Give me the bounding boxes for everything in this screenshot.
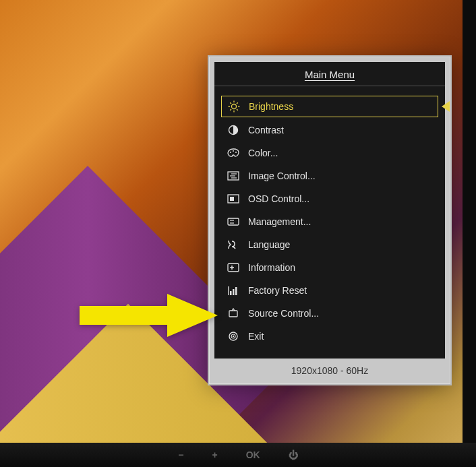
svg-rect-18	[230, 197, 234, 201]
svg-rect-27	[233, 289, 235, 295]
exit-icon	[227, 330, 240, 342]
svg-point-0	[232, 104, 237, 109]
bezel-button-power[interactable]: ⏻	[289, 449, 298, 460]
language-icon	[227, 239, 240, 251]
svg-point-32	[233, 336, 234, 337]
menu-item-label: Information	[248, 262, 295, 273]
bezel-button-minus[interactable]: −	[178, 449, 183, 460]
menu-item-exit[interactable]: Exit	[221, 326, 438, 346]
management-icon	[227, 216, 240, 228]
osd-control-icon	[227, 193, 240, 205]
menu-item-contrast[interactable]: Contrast	[221, 120, 438, 140]
menu-item-label: Contrast	[248, 125, 284, 135]
selection-arrow-icon	[442, 101, 450, 112]
menu-item-label: Language	[248, 239, 290, 250]
svg-point-10	[230, 152, 231, 153]
svg-point-12	[235, 152, 237, 153]
osd-main-menu: Main Menu Brightness Contrast Color...	[208, 55, 452, 385]
menu-item-label: Color...	[248, 148, 278, 158]
information-icon	[227, 261, 240, 274]
brightness-icon	[227, 100, 241, 113]
monitor-bezel-right	[463, 0, 476, 467]
menu-item-management[interactable]: Management...	[221, 212, 438, 232]
osd-menu-list: Brightness Contrast Color... Image Contr…	[214, 86, 445, 359]
osd-title: Main Menu	[214, 62, 445, 86]
bezel-button-plus[interactable]: +	[212, 449, 218, 460]
menu-item-osd-control[interactable]: OSD Control...	[221, 189, 438, 209]
bezel-button-ok[interactable]: OK	[246, 449, 260, 460]
source-control-icon	[227, 307, 240, 319]
contrast-icon	[227, 124, 240, 136]
menu-item-label: Source Control...	[248, 308, 319, 319]
svg-rect-29	[229, 311, 237, 317]
menu-item-label: Management...	[248, 216, 311, 227]
osd-resolution-status: 1920x1080 - 60Hz	[209, 359, 450, 384]
menu-item-source-control[interactable]: Source Control...	[221, 303, 438, 323]
palette-icon	[227, 147, 240, 159]
svg-line-5	[230, 102, 231, 104]
menu-item-label: Image Control...	[248, 170, 316, 181]
menu-item-image-control[interactable]: Image Control...	[221, 166, 438, 186]
menu-item-label: OSD Control...	[248, 193, 309, 204]
image-control-icon	[227, 170, 240, 182]
svg-line-7	[237, 102, 238, 104]
menu-item-color[interactable]: Color...	[221, 143, 438, 163]
menu-item-label: Brightness	[249, 101, 293, 112]
svg-rect-19	[228, 218, 239, 225]
svg-line-6	[237, 109, 238, 111]
svg-rect-28	[235, 287, 237, 295]
svg-line-8	[230, 109, 231, 111]
svg-rect-26	[230, 291, 232, 295]
menu-item-label: Factory Reset	[248, 285, 307, 296]
menu-item-factory-reset[interactable]: Factory Reset	[221, 280, 438, 301]
menu-item-label: Exit	[248, 331, 264, 342]
menu-item-language[interactable]: Language	[221, 235, 438, 255]
factory-reset-icon	[227, 284, 240, 297]
menu-item-information[interactable]: Information	[221, 257, 438, 278]
svg-point-11	[233, 150, 234, 152]
menu-item-brightness[interactable]: Brightness	[221, 96, 438, 117]
monitor-bezel-bottom: − + OK ⏻	[0, 443, 476, 467]
